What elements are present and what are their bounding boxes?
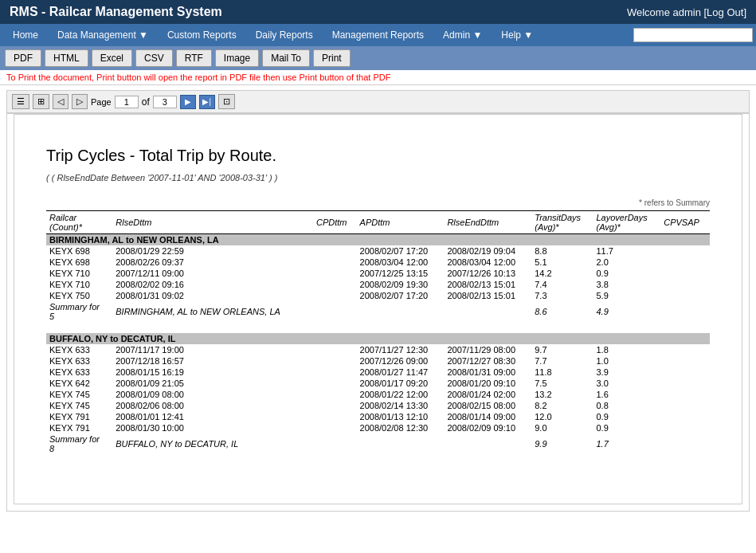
report-wrapper: Trip Cycles - Total Trip by Route. ( ( R…: [6, 113, 750, 512]
group-header-row: BUFFALO, NY to DECATUR, IL: [46, 333, 710, 344]
btn-rtf[interactable]: RTF: [176, 49, 212, 67]
col-rlsedttm: RlseDttm: [112, 211, 313, 234]
btn-pdf[interactable]: PDF: [5, 49, 41, 67]
nav-home[interactable]: Home: [3, 24, 48, 46]
nav-daily-reports[interactable]: Daily Reports: [246, 24, 323, 46]
page-total-input[interactable]: [153, 96, 177, 108]
table-row: KEYX 6982008/02/26 09:372008/03/04 12:00…: [46, 257, 710, 268]
col-rlseenddttm: RlseEndDttm: [444, 211, 531, 234]
report-note: * refers to Summary: [46, 198, 710, 207]
report-magnify-btn[interactable]: ⊞: [33, 94, 49, 109]
spacer-row: [46, 454, 710, 465]
table-row: KEYX 7102008/02/02 09:162008/02/09 19:30…: [46, 279, 710, 290]
app-title: RMS - Railcar Management System: [10, 5, 222, 19]
table-row: KEYX 7502008/01/31 09:022008/02/07 17:20…: [46, 290, 710, 301]
page-label: Page: [91, 97, 112, 107]
summary-row: Summary for5BIRMINGHAM, AL to NEW ORLEAN…: [46, 301, 710, 322]
warning-text: To Print the document, Print button will…: [6, 73, 390, 82]
table-row: KEYX 6982008/01/29 22:592008/02/07 17:20…: [46, 245, 710, 257]
page-last-btn[interactable]: ▶|: [199, 95, 215, 109]
spacer-row: [46, 322, 710, 333]
welcome-text: Welcome admin [Log Out]: [627, 6, 746, 18]
col-railcar: Railcar(Count)*: [46, 211, 112, 234]
report-toggle-btn[interactable]: ☰: [12, 94, 29, 109]
btn-mail-to[interactable]: Mail To: [262, 49, 310, 67]
btn-print[interactable]: Print: [313, 49, 351, 67]
btn-image[interactable]: Image: [215, 49, 259, 67]
table-row: KEYX 7912008/01/01 12:412008/01/13 12:10…: [46, 411, 710, 422]
title-bar: RMS - Railcar Management System Welcome …: [0, 0, 756, 24]
table-row: KEYX 6422008/01/09 21:052008/01/17 09:20…: [46, 378, 710, 389]
table-row: KEYX 7102007/12/11 09:002007/12/25 13:15…: [46, 268, 710, 279]
group-header-row: BIRMINGHAM, AL to NEW ORLEANS, LA: [46, 234, 710, 246]
page-of-label: of: [142, 96, 150, 108]
report-prev-btn[interactable]: ◁: [53, 94, 69, 109]
table-row: KEYX 6332007/12/18 16:572007/12/26 09:00…: [46, 355, 710, 367]
warning-bar: To Print the document, Print button will…: [0, 70, 756, 85]
page-next-btn[interactable]: ▶: [180, 95, 196, 109]
report-area[interactable]: Trip Cycles - Total Trip by Route. ( ( R…: [14, 114, 742, 504]
nav-admin[interactable]: Admin ▼: [433, 24, 492, 46]
btn-html[interactable]: HTML: [45, 49, 88, 67]
table-row: KEYX 7452008/02/06 08:002008/02/14 13:30…: [46, 400, 710, 411]
col-apdttm: APDttm: [357, 211, 445, 234]
nav-management-reports[interactable]: Management Reports: [323, 24, 433, 46]
table-row: KEYX 7912008/01/30 10:002008/02/08 12:30…: [46, 422, 710, 433]
table-row: KEYX 6332008/01/15 16:192008/01/27 11:47…: [46, 367, 710, 378]
report-controls: ☰ ⊞ ◁ ▷ Page of ▶ ▶| ⊡: [6, 90, 750, 113]
col-cpvsap: CPVSAP: [660, 211, 710, 234]
search-input[interactable]: [633, 28, 753, 42]
col-layoverdays: LayoverDays(Avg)*: [593, 211, 661, 234]
nav-data-management[interactable]: Data Management ▼: [48, 24, 158, 46]
table-row: KEYX 6332007/11/17 19:002007/11/27 12:30…: [46, 344, 710, 355]
col-cpdttm: CPDttm: [313, 211, 357, 234]
report-title: Trip Cycles - Total Trip by Route.: [46, 147, 710, 165]
btn-csv[interactable]: CSV: [135, 49, 173, 67]
col-transitdays: TransitDays(Avg)*: [531, 211, 593, 234]
btn-excel[interactable]: Excel: [92, 49, 132, 67]
table-row: KEYX 7452008/01/09 08:002008/01/22 12:00…: [46, 389, 710, 400]
toolbar: PDF HTML Excel CSV RTF Image Mail To Pri…: [0, 46, 756, 70]
page-input[interactable]: [115, 96, 139, 108]
summary-row: Summary for8BUFFALO, NY to DECATUR, IL9.…: [46, 433, 710, 454]
report-filter: ( ( RlseEndDate Between '2007-11-01' AND…: [46, 173, 710, 182]
report-table: Railcar(Count)* RlseDttm CPDttm APDttm R…: [46, 210, 710, 465]
nav-custom-reports[interactable]: Custom Reports: [158, 24, 246, 46]
nav-help[interactable]: Help ▼: [492, 24, 543, 46]
report-next-up-btn[interactable]: ▷: [72, 94, 88, 109]
report-export-btn[interactable]: ⊡: [218, 94, 235, 109]
main-nav: Home Data Management ▼ Custom Reports Da…: [0, 24, 756, 46]
